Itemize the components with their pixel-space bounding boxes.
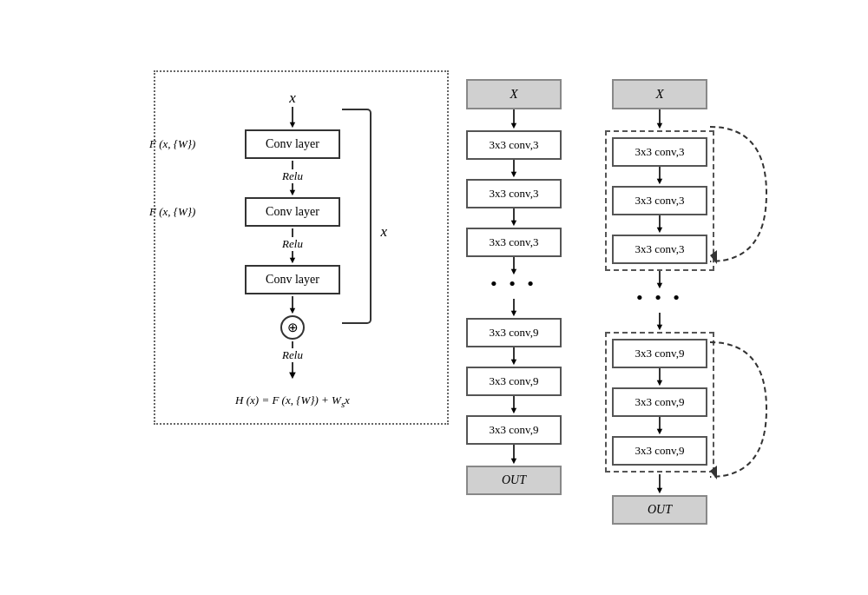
- relu-3: Relu: [282, 348, 303, 362]
- bottom-dashed-group: 3x3 conv,9 ▼ 3x3 conv,9 ▼ 3x3 conv,9: [605, 332, 714, 473]
- skip-x-label: x: [380, 223, 387, 241]
- top-dashed-group: 3x3 conv,3 ▼ 3x3 conv,3 ▼ 3x3 conv,3: [605, 130, 714, 271]
- right-out-box: OUT: [612, 495, 707, 525]
- middle-column: X ▼ 3x3 conv,3 ▼ 3x3 conv,3 ▼ 3x3 conv,3: [466, 79, 562, 495]
- mid-dots: • • •: [490, 274, 537, 294]
- right-column: X ▼ 3x3 conv,3 ▼ 3x3 conv,3: [605, 79, 714, 525]
- right-x-box: X: [612, 79, 707, 109]
- right-dots: • • •: [636, 288, 683, 307]
- mid-conv-5: 3x3 conv,9: [466, 367, 562, 396]
- conv-layer-1: Conv layer: [245, 129, 340, 159]
- right-column-wrapper: X ▼ 3x3 conv,3 ▼ 3x3 conv,3: [605, 79, 714, 525]
- mid-x-box: X: [466, 79, 562, 109]
- skip-arc-bottom: [710, 342, 771, 477]
- conv-layer-3: Conv layer: [245, 265, 340, 294]
- right-conv-2: 3x3 conv,3: [612, 186, 707, 215]
- skip-arc-top: [710, 127, 771, 261]
- left-panel: x ▼ F (x, {W}) Conv layer Relu ▼: [154, 70, 449, 425]
- mid-conv-6: 3x3 conv,9: [466, 415, 562, 445]
- right-conv-1: 3x3 conv,3: [612, 137, 707, 167]
- relu-2: Relu: [282, 237, 303, 251]
- conv-layer-2: Conv layer: [245, 197, 340, 227]
- relu-1: Relu: [282, 169, 303, 183]
- right-section: X ▼ 3x3 conv,3 ▼ 3x3 conv,3 ▼ 3x3 conv,3: [466, 79, 714, 525]
- mid-out-box: OUT: [466, 466, 562, 495]
- mid-conv-1: 3x3 conv,3: [466, 130, 562, 160]
- add-node: ⊕: [280, 315, 305, 340]
- f-label-2: F (x, {W}): [149, 205, 195, 219]
- right-conv-5: 3x3 conv,9: [612, 387, 707, 417]
- skip-connection: [342, 109, 372, 324]
- formula: H (x) = F (x, {W}) + Wsx: [173, 393, 412, 409]
- mid-conv-2: 3x3 conv,3: [466, 179, 562, 208]
- mid-conv-4: 3x3 conv,9: [466, 318, 562, 347]
- mid-conv-3: 3x3 conv,3: [466, 228, 562, 257]
- f-label-1: F (x, {W}): [149, 137, 195, 151]
- right-conv-3: 3x3 conv,3: [612, 235, 707, 264]
- right-conv-6: 3x3 conv,9: [612, 436, 707, 466]
- right-conv-4: 3x3 conv,9: [612, 339, 707, 368]
- x-input-label: x: [289, 89, 296, 107]
